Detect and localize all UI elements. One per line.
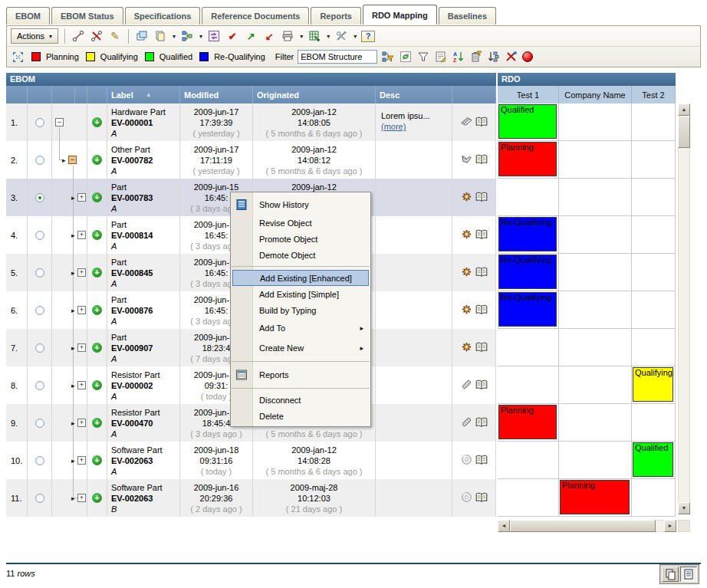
chevron-down-icon[interactable]: ▾ bbox=[199, 33, 202, 40]
tree-expand-box[interactable]: + bbox=[77, 381, 86, 389]
rdo-cell-test2[interactable] bbox=[632, 179, 676, 216]
rdo-cell-test1[interactable] bbox=[498, 329, 559, 366]
green-plus-icon[interactable]: + bbox=[92, 343, 102, 353]
header-cell-desc[interactable]: Desc bbox=[376, 86, 452, 103]
rdo-cell-test2[interactable] bbox=[632, 404, 676, 442]
header-cell-company-name[interactable]: Company Name bbox=[559, 86, 632, 103]
menu-item-delete[interactable]: Delete bbox=[231, 408, 370, 424]
tree-expand-box[interactable]: + bbox=[77, 306, 86, 314]
menu-item-create-new[interactable]: Create New▸ bbox=[231, 338, 370, 358]
rdo-cell-company[interactable] bbox=[559, 254, 632, 291]
row-radio-button[interactable] bbox=[35, 381, 44, 390]
list-view-button[interactable] bbox=[680, 567, 697, 582]
header-cell-modified[interactable]: Modified bbox=[180, 86, 253, 103]
compare-structure-icon[interactable] bbox=[180, 28, 194, 44]
green-plus-icon[interactable]: + bbox=[92, 380, 102, 390]
rdo-cell-company[interactable]: Planning bbox=[559, 479, 632, 517]
rdo-cell-test1[interactable] bbox=[498, 479, 559, 517]
row-radio-button[interactable] bbox=[35, 343, 44, 353]
rdo-cell-test2[interactable]: Qualified bbox=[632, 442, 676, 479]
green-plus-icon[interactable]: + bbox=[92, 230, 102, 240]
rdo-cell-company[interactable] bbox=[559, 291, 632, 329]
green-plus-icon[interactable]: + bbox=[92, 305, 102, 315]
tab-baselines[interactable]: Baselines bbox=[439, 7, 496, 25]
book-icon[interactable] bbox=[475, 267, 488, 279]
rdo-cell-company[interactable] bbox=[559, 216, 632, 254]
row-radio-button[interactable] bbox=[35, 419, 44, 428]
connect-icon[interactable] bbox=[71, 28, 85, 44]
green-plus-icon[interactable]: + bbox=[92, 418, 102, 428]
rdo-cell-company[interactable] bbox=[559, 179, 632, 216]
book-icon[interactable] bbox=[475, 455, 488, 467]
horizontal-scrollbar[interactable]: ◄ ► bbox=[498, 520, 676, 532]
rdo-cell-test1[interactable] bbox=[498, 442, 559, 479]
chart-sphere-icon[interactable] bbox=[522, 51, 533, 62]
edit-table-icon[interactable] bbox=[434, 49, 448, 64]
row-radio-button[interactable] bbox=[35, 118, 44, 127]
filter-structure-icon[interactable] bbox=[381, 49, 395, 64]
book-icon[interactable] bbox=[475, 379, 488, 392]
rdo-cell-company[interactable] bbox=[559, 442, 632, 479]
tree-expand-box[interactable]: + bbox=[77, 268, 86, 277]
rdo-cell-test1[interactable]: Planning bbox=[498, 404, 559, 442]
row-radio-button[interactable] bbox=[35, 193, 44, 202]
promote-arrow-icon[interactable]: ↗ bbox=[244, 28, 258, 44]
rdo-cell-test1[interactable]: Re-Qualifying bbox=[498, 254, 559, 291]
expand-all-icon[interactable] bbox=[11, 49, 25, 64]
green-plus-icon[interactable]: + bbox=[92, 493, 102, 503]
book-icon[interactable] bbox=[475, 229, 488, 241]
copy-icon[interactable] bbox=[153, 28, 167, 44]
book-icon[interactable] bbox=[475, 117, 488, 129]
tree-collapse-box[interactable]: − bbox=[55, 118, 64, 126]
menu-item-show-history[interactable]: Show History bbox=[231, 195, 370, 215]
chevron-down-icon[interactable]: ▾ bbox=[173, 33, 176, 40]
rdo-cell-test1[interactable]: Re-Qualifying bbox=[498, 216, 559, 254]
rdo-cell-test1[interactable]: Planning bbox=[498, 141, 559, 179]
rdo-cell-test2[interactable] bbox=[632, 291, 676, 329]
menu-item-add-to[interactable]: Add To▸ bbox=[231, 318, 370, 338]
chevron-down-icon[interactable]: ▾ bbox=[327, 33, 330, 40]
rdo-cell-test1[interactable]: Qualified bbox=[498, 103, 559, 141]
status-block[interactable]: Re-Qualifying bbox=[498, 217, 557, 251]
pages-view-button[interactable] bbox=[662, 567, 679, 582]
menu-item-revise-object[interactable]: Revise Object bbox=[231, 215, 370, 231]
scroll-down-button[interactable]: ▼ bbox=[678, 502, 690, 514]
scroll-left-button[interactable]: ◄ bbox=[498, 520, 510, 532]
book-icon[interactable] bbox=[475, 154, 488, 166]
funnel-icon[interactable] bbox=[416, 49, 430, 64]
row-radio-button[interactable] bbox=[35, 156, 44, 165]
menu-item-disconnect[interactable]: Disconnect bbox=[231, 392, 370, 408]
tree-expand-box[interactable]: + bbox=[77, 456, 86, 465]
rdo-cell-test2[interactable] bbox=[632, 103, 676, 141]
menu-item-add-existing-enhanced[interactable]: Add Existing [Enhanced] bbox=[232, 270, 369, 286]
delete-filter-icon[interactable] bbox=[469, 49, 483, 64]
row-radio-button[interactable] bbox=[35, 306, 44, 315]
rdo-cell-company[interactable] bbox=[559, 329, 632, 366]
status-block[interactable]: Re-Qualifying bbox=[498, 292, 557, 327]
export-table-icon[interactable] bbox=[307, 28, 321, 44]
print-icon[interactable] bbox=[281, 28, 294, 44]
book-icon[interactable] bbox=[475, 342, 488, 354]
scroll-right-button[interactable]: ► bbox=[664, 520, 676, 532]
status-block[interactable]: Planning bbox=[498, 405, 557, 439]
green-plus-icon[interactable]: + bbox=[92, 268, 102, 278]
menu-item-build-by-typing[interactable]: Build by Typing bbox=[231, 302, 370, 318]
menu-item-reports[interactable]: Reports bbox=[231, 365, 370, 385]
scroll-thumb[interactable] bbox=[510, 520, 656, 532]
scroll-up-button[interactable]: ▲ bbox=[678, 103, 690, 116]
sort-az-icon[interactable]: AZ bbox=[452, 49, 465, 64]
rdo-cell-test1[interactable]: Re-Qualifying bbox=[498, 291, 559, 329]
status-block[interactable]: Qualified bbox=[633, 442, 673, 477]
help-icon[interactable]: ? bbox=[361, 31, 375, 42]
status-block[interactable]: Planning bbox=[560, 480, 630, 514]
book-icon[interactable] bbox=[475, 304, 488, 317]
tree-expand-box[interactable]: + bbox=[77, 419, 86, 427]
disconnect-icon[interactable] bbox=[90, 28, 104, 44]
header-cell-label[interactable]: Label▲ bbox=[107, 86, 180, 103]
rdo-cell-company[interactable] bbox=[559, 366, 632, 404]
rdo-cell-test2[interactable] bbox=[632, 141, 676, 179]
rdo-cell-company[interactable] bbox=[559, 141, 632, 179]
green-plus-icon[interactable]: + bbox=[92, 155, 102, 165]
book-icon[interactable] bbox=[475, 492, 488, 504]
tab-specifications[interactable]: Specifications bbox=[125, 7, 201, 25]
